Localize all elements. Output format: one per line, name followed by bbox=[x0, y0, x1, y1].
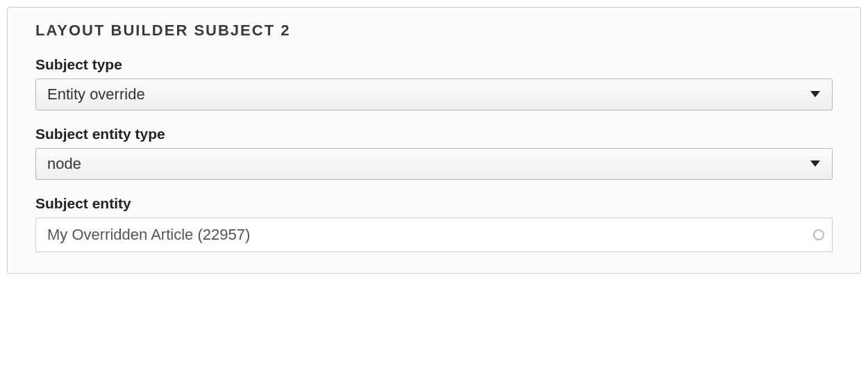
subject-type-select-wrapper: Entity override bbox=[35, 79, 833, 110]
subject-type-select[interactable]: Entity override bbox=[35, 79, 833, 110]
subject-type-row: Subject type Entity override bbox=[35, 56, 833, 110]
subject-entity-type-value: node bbox=[47, 155, 81, 173]
subject-entity-input-wrapper bbox=[35, 217, 833, 252]
subject-type-value: Entity override bbox=[47, 85, 145, 104]
subject-entity-input[interactable] bbox=[35, 217, 833, 252]
subject-entity-type-label: Subject entity type bbox=[35, 126, 833, 142]
subject-entity-row: Subject entity bbox=[35, 195, 833, 252]
subject-entity-type-select-wrapper: node bbox=[35, 148, 833, 180]
subject-entity-type-select[interactable]: node bbox=[35, 148, 833, 180]
subject-entity-type-row: Subject entity type node bbox=[35, 126, 833, 180]
subject-entity-label: Subject entity bbox=[35, 195, 833, 212]
subject-type-label: Subject type bbox=[35, 56, 833, 73]
layout-builder-subject-fieldset: LAYOUT BUILDER SUBJECT 2 Subject type En… bbox=[7, 7, 861, 274]
fieldset-title: LAYOUT BUILDER SUBJECT 2 bbox=[35, 22, 833, 40]
